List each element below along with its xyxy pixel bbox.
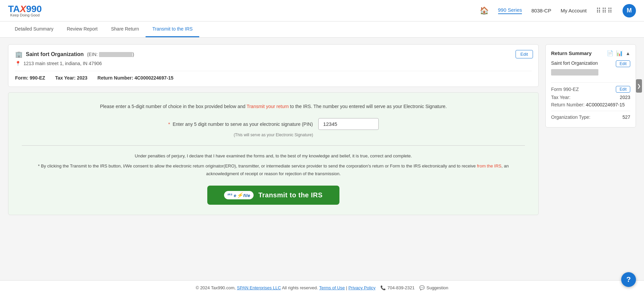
footer-privacy-link[interactable]: Privacy Policy bbox=[348, 285, 376, 290]
sidebar-taxyear-label: Tax Year: bbox=[551, 95, 571, 100]
header-nav: 🏠 990 Series 8038-CP My Account ⠿⠿⠿ M bbox=[480, 4, 636, 17]
sidebar-returnnum-row: Return Number: 4C0000224697-15 bbox=[551, 102, 630, 107]
logo-x: X bbox=[20, 4, 26, 14]
sidebar-title: Return Summary bbox=[551, 50, 592, 56]
collapse-icon[interactable]: ▲ bbox=[626, 51, 630, 56]
sidebar-org-blur: ██████████████ bbox=[551, 69, 598, 76]
nav-990series[interactable]: 990 Series bbox=[498, 7, 522, 14]
perjury-line2: * By clicking the Transmit to the IRS bu… bbox=[22, 162, 525, 177]
perjury-section: Under penalties of perjury, I declare th… bbox=[22, 145, 525, 177]
toggle-chevron-icon: ❯ bbox=[637, 83, 641, 89]
avatar[interactable]: M bbox=[623, 4, 636, 17]
logo-tax: TA bbox=[8, 4, 20, 14]
transmit-highlight: Transmit your return bbox=[247, 104, 289, 109]
sidebar-orgtype-value: 527 bbox=[623, 114, 630, 120]
content-area: Edit 🏢 Saint fort Organization (EIN: ███… bbox=[8, 44, 539, 215]
transmit-btn-label: Transmit to the IRS bbox=[258, 191, 323, 199]
sidebar-wrapper: Return Summary 📄 📊 ▲ Saint fort Organiza… bbox=[545, 44, 636, 128]
org-meta: Form: 990-EZ Tax Year: 2023 Return Numbe… bbox=[15, 71, 532, 81]
tab-detailed-summary[interactable]: Detailed Summary bbox=[8, 21, 60, 37]
sidebar-taxyear-row: Tax Year: 2023 bbox=[551, 95, 630, 100]
tab-share-return[interactable]: Share Return bbox=[104, 21, 146, 37]
sidebar-form-row: Form 990-EZ Edit bbox=[551, 86, 630, 93]
grid-icon[interactable]: ⠿⠿⠿ bbox=[596, 7, 613, 15]
sidebar-actions: 📄 📊 ▲ bbox=[607, 50, 630, 56]
transmit-card: Please enter a 5-digit number of choice … bbox=[8, 92, 539, 215]
sidebar-orgtype-row: Organization Type: 527 bbox=[551, 114, 630, 120]
tab-transmit-irs[interactable]: Transmit to the IRS bbox=[146, 21, 199, 37]
pin-required-star: * bbox=[168, 121, 170, 127]
footer-suggestion[interactable]: 💬 Suggestion bbox=[419, 285, 448, 290]
sidebar-toggle-button[interactable]: ❯ bbox=[636, 79, 642, 93]
footer: © 2024 Tax990.com, SPAN Enterprises LLC … bbox=[0, 280, 644, 295]
logo-tagline: Keep Doing Good bbox=[8, 13, 42, 17]
org-edit-button[interactable]: Edit bbox=[516, 50, 533, 58]
footer-rights: All rights reserved. bbox=[282, 285, 318, 290]
sidebar-form-label: Form 990-EZ bbox=[551, 87, 579, 92]
suggestion-label: Suggestion bbox=[426, 285, 448, 290]
efile-text: IRS e⚡file bbox=[227, 192, 250, 198]
sidebar-org-name: Saint fort Organization bbox=[551, 60, 598, 66]
phone-icon: 📞 bbox=[380, 285, 386, 290]
nav-8038cp[interactable]: 8038-CP bbox=[531, 8, 551, 13]
org-header: 🏢 Saint fort Organization (EIN: ████████… bbox=[15, 51, 532, 58]
footer-copyright: © 2024 Tax990.com, bbox=[196, 285, 235, 290]
sidebar-divider-1 bbox=[551, 82, 630, 83]
location-icon: 📍 bbox=[15, 61, 21, 66]
efile-bolt: ⚡ bbox=[236, 192, 244, 198]
building-icon: 🏢 bbox=[15, 51, 22, 58]
pin-input[interactable] bbox=[318, 118, 379, 130]
pin-label: * Enter any 5 digit number to serve as y… bbox=[168, 121, 313, 127]
org-ein-value: ██████████ bbox=[99, 52, 132, 57]
suggestion-icon: 💬 bbox=[419, 285, 425, 290]
sidebar-header: Return Summary 📄 📊 ▲ bbox=[551, 50, 630, 56]
sidebar-returnnum-label: Return Number: bbox=[551, 102, 585, 107]
logo-990: 990 bbox=[26, 4, 42, 14]
org-card: Edit 🏢 Saint fort Organization (EIN: ███… bbox=[8, 44, 539, 87]
sidebar-edit-button-1[interactable]: Edit bbox=[616, 60, 630, 67]
footer-phone-number: 704-839-2321 bbox=[387, 285, 415, 290]
from-irs-text: from the IRS bbox=[477, 163, 501, 168]
efile-badge: IRS e⚡file bbox=[224, 191, 254, 199]
main-layout: Edit 🏢 Saint fort Organization (EIN: ███… bbox=[0, 38, 644, 280]
org-address: 📍 1213 main street 1, indiana, IN 47906 bbox=[15, 61, 532, 66]
org-address-text: 1213 main street 1, indiana, IN 47906 bbox=[23, 61, 102, 66]
logo[interactable]: TAX990 Keep Doing Good bbox=[8, 4, 42, 17]
sidebar-edit-button-2[interactable]: Edit bbox=[616, 86, 630, 93]
sidebar-divider-2 bbox=[551, 111, 630, 111]
pin-hint: (This will serve as your Electronic Sign… bbox=[22, 133, 525, 137]
org-tax-year: Tax Year: 2023 bbox=[55, 75, 87, 81]
transmit-button[interactable]: IRS e⚡file Transmit to the IRS bbox=[207, 186, 339, 205]
sidebar-org-row: Saint fort Organization Edit bbox=[551, 60, 630, 67]
sidebar-panel: Return Summary 📄 📊 ▲ Saint fort Organiza… bbox=[545, 44, 636, 128]
header: TAX990 Keep Doing Good 🏠 990 Series 8038… bbox=[0, 0, 644, 21]
org-name: Saint fort Organization bbox=[26, 51, 84, 57]
pin-row: * Enter any 5 digit number to serve as y… bbox=[22, 118, 525, 130]
tabs-bar: Detailed Summary Review Report Share Ret… bbox=[0, 21, 644, 38]
footer-terms-link[interactable]: Terms of Use bbox=[319, 285, 345, 290]
perjury-line1: Under penalties of perjury, I declare th… bbox=[22, 152, 525, 160]
help-button[interactable]: ? bbox=[621, 272, 636, 287]
sidebar-taxyear-value: 2023 bbox=[620, 95, 630, 100]
xls-icon[interactable]: 📊 bbox=[616, 50, 623, 56]
sidebar-orgtype-label: Organization Type: bbox=[551, 114, 590, 120]
footer-phone: 📞 704-839-2321 bbox=[380, 285, 415, 290]
org-return-num: Return Number: 4C0000224697-15 bbox=[98, 75, 173, 81]
pdf-icon[interactable]: 📄 bbox=[607, 50, 613, 56]
home-icon[interactable]: 🏠 bbox=[480, 6, 489, 15]
footer-span-link[interactable]: SPAN Enterprises LLC bbox=[237, 285, 281, 290]
transmit-description: Please enter a 5-digit number of choice … bbox=[22, 103, 525, 110]
org-ein: (EIN: ██████████) bbox=[87, 52, 134, 57]
tab-review-report[interactable]: Review Report bbox=[60, 21, 104, 37]
nav-myaccount[interactable]: My Account bbox=[560, 8, 587, 13]
org-form: Form: 990-EZ bbox=[15, 75, 45, 81]
footer-separator1: | bbox=[346, 285, 348, 290]
sidebar-returnnum-value: 4C0000224697-15 bbox=[586, 102, 625, 107]
